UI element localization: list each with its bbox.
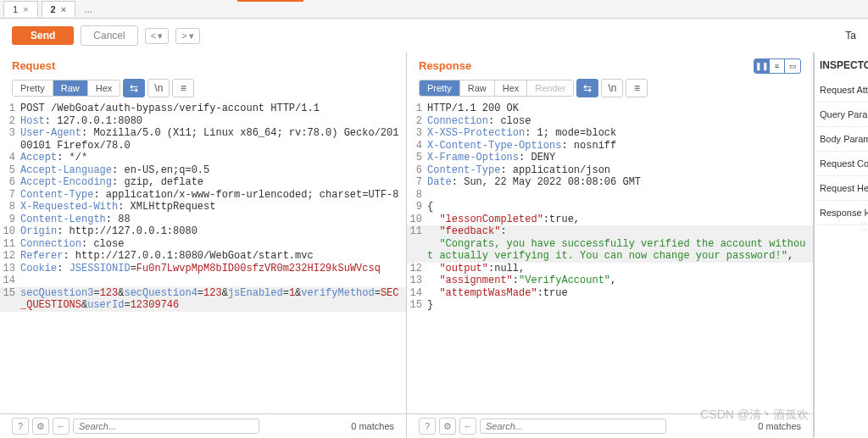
inspector-request-headers[interactable]: Request He <box>815 176 868 201</box>
footer: ? ⚙ ← 0 matches ? ⚙ ← 0 matches <box>0 413 814 438</box>
toolbar: Send Cancel <▾ >▾ Ta <box>0 19 868 53</box>
code-line[interactable]: 4X-Content-Type-Options: nosniff <box>407 140 813 152</box>
request-pane: Request Pretty Raw Hex ⇆ \n ≡ 1POST /Web… <box>0 53 407 436</box>
code-line[interactable]: 2Connection: close <box>407 115 813 128</box>
response-view-segment: Pretty Raw Hex Render <box>419 80 574 97</box>
help-icon[interactable]: ? <box>419 418 436 435</box>
code-line[interactable]: 2Host: 127.0.0.1:8080 <box>0 115 406 128</box>
newline-icon[interactable]: \n <box>147 79 170 97</box>
code-line[interactable]: 8 <box>407 189 813 202</box>
code-line[interactable]: 4Accept: */* <box>0 152 406 164</box>
view-pretty[interactable]: Pretty <box>13 80 53 96</box>
nav-next-button[interactable]: >▾ <box>175 28 199 44</box>
view-raw[interactable]: Raw <box>460 80 495 96</box>
code-line[interactable]: 12Referer: http://127.0.0.1:8080/WebGoat… <box>0 250 406 263</box>
code-line[interactable]: 12 "output":null, <box>407 263 813 275</box>
rows-icon[interactable]: ≡ <box>770 59 785 73</box>
target-label: Ta <box>845 30 856 42</box>
response-viewer[interactable]: 1HTTP/1.1 200 OK2Connection: close3X-XSS… <box>407 103 813 436</box>
match-count: 0 matches <box>351 421 394 431</box>
tab-overflow[interactable]: ... <box>75 1 101 18</box>
menu-icon[interactable]: ≡ <box>626 79 648 97</box>
watermark: CSDN @清丶酒孤欢 <box>700 408 809 423</box>
code-line[interactable]: 9Content-Length: 88 <box>0 213 406 226</box>
code-line[interactable]: 10 "lessonCompleted":true, <box>407 213 813 226</box>
request-view-segment: Pretty Raw Hex <box>12 80 120 97</box>
search-input[interactable] <box>480 419 666 434</box>
inspector-panel: INSPECTO Request Att Query Para Body Par… <box>814 53 868 436</box>
inspector-title: INSPECTO <box>815 53 868 78</box>
view-raw[interactable]: Raw <box>53 80 88 96</box>
help-icon[interactable]: ? <box>12 418 29 435</box>
newline-icon[interactable]: \n <box>601 79 623 97</box>
code-line[interactable]: 11 "feedback": "Congrats, you have succe… <box>407 225 813 263</box>
drag-handle-icon[interactable]: ⋮⋮ <box>860 219 868 233</box>
request-editor[interactable]: 1POST /WebGoat/auth-bypass/verify-accoun… <box>0 103 406 436</box>
code-line[interactable]: 13 "assignment":"VerifyAccount", <box>407 274 813 287</box>
view-pretty[interactable]: Pretty <box>420 80 460 96</box>
code-line[interactable]: 10Origin: http://127.0.0.1:8080 <box>0 225 406 238</box>
code-line[interactable]: 15} <box>407 299 813 312</box>
code-line[interactable]: 15secQuestion3=123&secQuestion4=123&jsEn… <box>0 287 406 312</box>
inspector-request-cookies[interactable]: Request Co <box>815 152 868 176</box>
search-input[interactable] <box>73 419 259 434</box>
code-line[interactable]: 14 "attemptWasMade":true <box>407 287 813 300</box>
code-line[interactable]: 9{ <box>407 201 813 213</box>
inspector-body-params[interactable]: Body Param <box>815 127 868 152</box>
code-line[interactable]: 1POST /WebGoat/auth-bypass/verify-accoun… <box>0 103 406 115</box>
code-line[interactable]: 3User-Agent: Mozilla/5.0 (X11; Linux x86… <box>0 127 406 152</box>
gear-icon[interactable]: ⚙ <box>32 418 49 435</box>
view-hex[interactable]: Hex <box>495 80 528 96</box>
code-line[interactable]: 1HTTP/1.1 200 OK <box>407 103 813 115</box>
wrap-icon[interactable]: ⇆ <box>123 79 145 97</box>
code-line[interactable]: 3X-XSS-Protection: 1; mode=block <box>407 127 813 140</box>
inspector-query-params[interactable]: Query Para <box>815 103 868 127</box>
arrow-icon[interactable]: ← <box>459 418 476 435</box>
response-pane: Response ❚❚ ≡ ▭ Pretty Raw Hex Render ⇆ … <box>407 53 814 436</box>
code-line[interactable]: 13Cookie: JSESSIONID=Fu0n7LwvpMpM8bID00s… <box>0 263 406 275</box>
columns-icon[interactable]: ❚❚ <box>754 59 770 73</box>
send-button[interactable]: Send <box>12 26 74 45</box>
code-line[interactable]: 11Connection: close <box>0 238 406 251</box>
response-title: Response <box>419 56 471 75</box>
code-line[interactable]: 7Content-Type: application/x-www-form-ur… <box>0 189 406 202</box>
menu-icon[interactable]: ≡ <box>172 79 194 97</box>
code-line[interactable]: 5Accept-Language: en-US,en;q=0.5 <box>0 164 406 177</box>
inspector-request-attributes[interactable]: Request Att <box>815 78 868 103</box>
tab-1[interactable]: 1× <box>3 1 38 17</box>
code-line[interactable]: 6Content-Type: application/json <box>407 164 813 177</box>
layout-toggle[interactable]: ❚❚ ≡ ▭ <box>754 58 801 74</box>
cancel-button[interactable]: Cancel <box>81 25 137 46</box>
code-line[interactable]: 5X-Frame-Options: DENY <box>407 152 813 164</box>
view-hex[interactable]: Hex <box>88 80 120 96</box>
gear-icon[interactable]: ⚙ <box>439 418 456 435</box>
nav-prev-button[interactable]: <▾ <box>145 28 169 44</box>
tab-bar: 1× 2× ... <box>0 0 868 19</box>
code-line[interactable]: 8X-Requested-With: XMLHttpRequest <box>0 201 406 213</box>
code-line[interactable]: 7Date: Sun, 22 May 2022 08:08:06 GMT <box>407 176 813 189</box>
view-render[interactable]: Render <box>527 80 573 96</box>
single-icon[interactable]: ▭ <box>785 59 800 73</box>
wrap-icon[interactable]: ⇆ <box>576 79 598 97</box>
code-line[interactable]: 14 <box>0 274 406 287</box>
request-title: Request <box>0 53 406 75</box>
close-icon[interactable]: × <box>23 4 28 14</box>
close-icon[interactable]: × <box>61 4 66 14</box>
code-line[interactable]: 6Accept-Encoding: gzip, deflate <box>0 176 406 189</box>
arrow-icon[interactable]: ← <box>53 418 70 435</box>
tab-2[interactable]: 2× <box>42 1 76 17</box>
